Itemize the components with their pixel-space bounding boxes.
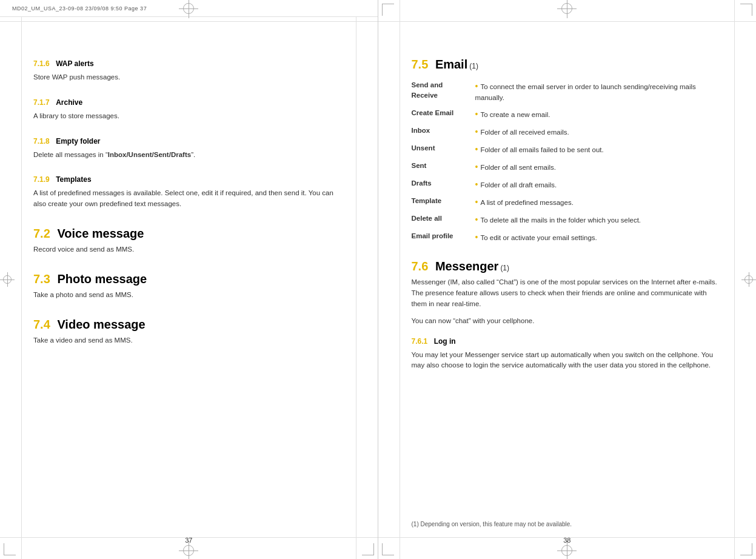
right-page: 7.5 Email(1) Send and Receive•To connect… — [378, 0, 757, 559]
section-title-7-1-7: Archive — [56, 98, 82, 107]
section-number-7-1-9: 7.1.9 — [33, 175, 50, 184]
section-7-3-heading: 7.3 Photo message — [33, 272, 344, 286]
email-table-row-3: Unsent•Folder of all emails failed to be… — [412, 141, 723, 158]
footnote-sup: (1) — [412, 521, 419, 527]
border-line-top — [0, 21, 378, 22]
footnote: (1) Depending on version, this feature m… — [412, 520, 723, 529]
section-title-7-4: Video message — [57, 318, 145, 331]
email-term-8: Email profile — [412, 229, 472, 246]
section-7-4-body: Take a video and send as MMS. — [33, 335, 344, 346]
section-7-1-9-heading: 7.1.9 Templates — [33, 173, 344, 184]
email-table-row-5: Drafts•Folder of all draft emails. — [412, 176, 723, 193]
section-7-6-body2: You can now “chat” with your cellphone. — [412, 316, 723, 327]
section-number-7-1-8: 7.1.8 — [33, 137, 50, 146]
left-page-content: 7.1.6 WAP alerts Store WAP push messages… — [33, 36, 344, 346]
left-page: MD02_UM_USA_23-09-08 23/09/08 9:50 Page … — [0, 0, 378, 559]
section-7-6-heading: 7.6 Messenger(1) — [412, 259, 723, 273]
email-table-row-7: Delete all•To delete all the mails in th… — [412, 211, 723, 229]
header-bar: MD02_UM_USA_23-09-08 23/09/08 9:50 Page … — [0, 0, 378, 17]
section-7-5-sup: (1) — [469, 62, 478, 70]
section-7-2-heading: 7.2 Voice message — [33, 227, 344, 241]
section-7-3-body: Take a photo and send as MMS. — [33, 290, 344, 301]
section-7-1-9: 7.1.9 Templates A list of predefined mes… — [33, 173, 344, 210]
crosshair-bottom-r — [561, 545, 572, 556]
email-term-4: Sent — [412, 158, 472, 176]
section-7-1-8-heading: 7.1.8 Empty folder — [33, 135, 344, 146]
email-desc-6: •A list of predefined messages. — [472, 193, 723, 211]
section-7-2-body: Record voice and send as MMS. — [33, 244, 344, 255]
bullet-icon-3: • — [475, 144, 478, 154]
email-desc-0: •To connect the email server in order to… — [472, 78, 723, 105]
section-title-7-5: Email — [435, 58, 467, 71]
section-title-7-6-1: Log in — [434, 337, 456, 346]
bullet-icon-1: • — [475, 109, 478, 119]
section-number-7-5: 7.5 — [412, 58, 429, 71]
section-7-5: 7.5 Email(1) Send and Receive•To connect… — [412, 58, 723, 246]
section-7-1-7-body: A library to store messages. — [33, 111, 344, 122]
section-7-1-8: 7.1.8 Empty folder Delete all messages i… — [33, 135, 344, 161]
border-line-right-r — [734, 0, 735, 559]
crosshair-right-r — [744, 275, 753, 284]
section-7-6: 7.6 Messenger(1) Messenger (IM, also cal… — [412, 259, 723, 371]
bullet-icon-6: • — [475, 197, 478, 207]
section-7-4: 7.4 Video message Take a video and send … — [33, 318, 344, 346]
section-7-6-sup: (1) — [500, 264, 509, 272]
corner-bl-r — [382, 543, 394, 555]
email-term-2: Inbox — [412, 123, 472, 141]
section-7-1-7: 7.1.7 Archive A library to store message… — [33, 96, 344, 122]
email-term-3: Unsent — [412, 141, 472, 158]
right-page-content: 7.5 Email(1) Send and Receive•To connect… — [412, 36, 723, 371]
email-desc-1: •To create a new email. — [472, 105, 723, 123]
email-desc-2: •Folder of all received emails. — [472, 123, 723, 141]
bullet-icon-7: • — [475, 215, 478, 224]
email-desc-5: •Folder of all draft emails. — [472, 176, 723, 193]
section-7-4-heading: 7.4 Video message — [33, 318, 344, 332]
email-desc-8: •To edit or activate your email settings… — [472, 229, 723, 246]
border-line-left-r — [400, 0, 400, 559]
left-page-number: 37 — [185, 537, 192, 544]
crosshair-left — [3, 275, 12, 284]
email-table-row-2: Inbox•Folder of all received emails. — [412, 123, 723, 141]
email-desc-4: •Folder of all sent emails. — [472, 158, 723, 176]
section-7-6-1: 7.6.1 Log in You may let your Messenger … — [412, 335, 723, 372]
section-number-7-2: 7.2 — [33, 227, 50, 240]
section-number-7-3: 7.3 — [33, 272, 50, 286]
email-table-row-0: Send and Receive•To connect the email se… — [412, 78, 723, 105]
book-spread: MD02_UM_USA_23-09-08 23/09/08 9:50 Page … — [0, 0, 756, 559]
bullet-icon-8: • — [475, 232, 478, 242]
section-7-6-1-body: You may let your Messenger service start… — [412, 350, 723, 372]
crosshair-bottom — [183, 545, 194, 556]
crosshair-top-r — [561, 3, 572, 14]
section-title-7-1-8: Empty folder — [56, 137, 100, 146]
corner-tl-r — [382, 4, 394, 16]
section-number-7-1-6: 7.1.6 — [33, 59, 50, 68]
email-term-1: Create Email — [412, 105, 472, 123]
section-7-1-8-body: Delete all messages in “Inbox/Unsent/Sen… — [33, 150, 344, 161]
section-7-1-6-body: Store WAP push messages. — [33, 72, 344, 83]
border-line-right — [356, 0, 356, 559]
section-title-7-6: Messenger — [435, 259, 499, 273]
email-desc-3: •Folder of all emails failed to be sent … — [472, 141, 723, 158]
email-table-row-8: Email profile•To edit or activate your e… — [412, 229, 723, 246]
section-title-7-1-9: Templates — [56, 175, 91, 184]
section-number-7-6: 7.6 — [412, 259, 429, 273]
border-line-top-r — [378, 21, 757, 22]
border-line-left — [21, 0, 22, 559]
corner-bl — [4, 543, 16, 555]
bullet-icon-4: • — [475, 162, 478, 172]
email-term-6: Template — [412, 193, 472, 211]
bullet-icon-0: • — [475, 81, 478, 91]
email-term-0: Send and Receive — [412, 78, 472, 105]
corner-br-r — [740, 543, 752, 555]
section-7-6-1-heading: 7.6.1 Log in — [412, 335, 723, 346]
section-title-7-1-6: WAP alerts — [56, 59, 93, 68]
section-7-1-7-heading: 7.1.7 Archive — [33, 96, 344, 107]
footnote-text: Depending on version, this feature may n… — [421, 521, 572, 527]
right-page-number: 38 — [563, 537, 570, 544]
section-number-7-4: 7.4 — [33, 318, 50, 331]
section-number-7-6-1: 7.6.1 — [412, 337, 428, 346]
section-number-7-1-7: 7.1.7 — [33, 98, 50, 107]
section-title-7-2: Voice message — [57, 227, 144, 240]
section-7-1-9-body: A list of predefined messages is availab… — [33, 188, 344, 210]
bullet-icon-5: • — [475, 179, 478, 189]
